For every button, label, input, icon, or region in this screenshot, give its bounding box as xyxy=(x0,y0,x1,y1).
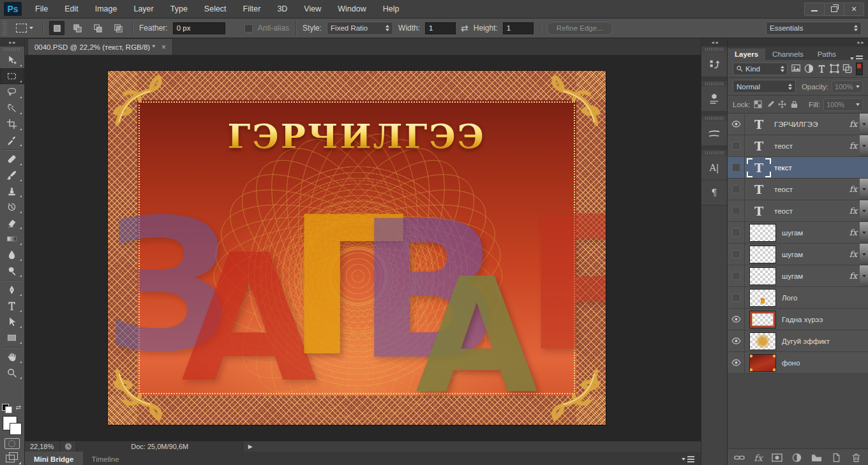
subtract-from-selection-button[interactable] xyxy=(90,21,105,35)
layer-thumbnail[interactable] xyxy=(749,267,776,285)
tab-channels[interactable]: Channels xyxy=(765,48,811,60)
layer-thumbnail[interactable]: T xyxy=(749,159,768,176)
refine-edge-button[interactable]: Refine Edge... xyxy=(547,22,613,35)
lock-all-icon[interactable] xyxy=(790,100,798,108)
delete-layer-icon[interactable] xyxy=(851,453,862,462)
healing-brush-tool[interactable] xyxy=(0,151,24,167)
layer-thumbnail[interactable] xyxy=(749,332,776,350)
lasso-tool[interactable] xyxy=(0,84,24,100)
zoom-level[interactable]: 22,18% xyxy=(25,441,61,452)
layer-thumbnail[interactable] xyxy=(749,246,776,263)
crop-tool[interactable] xyxy=(0,116,24,132)
kind-filter-dropdown[interactable]: Kind xyxy=(733,63,788,75)
tool-preset-picker[interactable] xyxy=(13,22,36,34)
layer-row[interactable]: Гадна хүрээ xyxy=(728,309,868,330)
antialias-checkbox[interactable] xyxy=(244,24,253,33)
document-size-info[interactable]: Doc: 25,0M/90,6M xyxy=(77,441,243,452)
paragraph-panel-icon[interactable]: ¶ xyxy=(701,181,727,205)
layer-row[interactable]: T текст xyxy=(728,157,868,179)
document-tab[interactable]: 0040.PSD @ 22,2% (текст, RGB/8) * × xyxy=(27,38,173,55)
visibility-checkbox[interactable] xyxy=(732,228,740,237)
height-input[interactable] xyxy=(503,22,534,34)
layer-thumbnail[interactable] xyxy=(749,289,776,307)
zoom-tool[interactable] xyxy=(0,365,24,381)
layer-thumbnail[interactable]: T xyxy=(749,138,768,154)
visibility-toggle[interactable] xyxy=(728,265,745,286)
visibility-toggle[interactable] xyxy=(728,200,745,221)
layer-thumbnail[interactable]: T xyxy=(749,116,768,133)
clock-icon[interactable] xyxy=(61,441,77,452)
eyedropper-tool[interactable] xyxy=(0,132,24,148)
shape-layer-filter-icon[interactable] xyxy=(829,64,840,73)
properties-3d-panel-icon[interactable] xyxy=(701,87,727,112)
adjustment-layer-filter-icon[interactable] xyxy=(804,64,814,73)
menu-item-3d[interactable]: 3D xyxy=(269,0,296,18)
visibility-toggle[interactable] xyxy=(728,179,745,200)
menu-item-file[interactable]: File xyxy=(27,0,56,18)
opacity-field[interactable]: 100% xyxy=(832,80,863,93)
visibility-checkbox[interactable] xyxy=(732,163,740,172)
new-selection-button[interactable] xyxy=(49,21,64,35)
dodge-tool[interactable] xyxy=(0,263,24,279)
visibility-toggle-on[interactable] xyxy=(728,330,745,351)
menu-item-layer[interactable]: Layer xyxy=(125,0,161,18)
move-tool[interactable] xyxy=(0,52,24,68)
layer-fx-expand-button[interactable] xyxy=(860,265,868,286)
brush-presets-panel-icon[interactable] xyxy=(701,121,727,146)
layer-row[interactable]: T теост fx xyxy=(728,200,868,222)
pixel-layer-filter-icon[interactable] xyxy=(791,64,802,73)
type-tool[interactable] xyxy=(0,298,24,314)
layer-thumbnail[interactable]: T xyxy=(749,203,768,219)
layer-row[interactable]: Лого xyxy=(728,287,868,309)
new-group-icon[interactable] xyxy=(811,453,822,462)
screen-mode-button[interactable] xyxy=(6,452,19,462)
layer-fx-expand-button[interactable] xyxy=(860,135,868,156)
intersect-selection-button[interactable] xyxy=(110,21,126,35)
tab-paths[interactable]: Paths xyxy=(811,48,843,60)
type-layer-filter-icon[interactable] xyxy=(816,64,827,73)
character-panel-icon[interactable]: A| xyxy=(701,156,727,181)
fill-field[interactable]: 100% xyxy=(823,98,863,111)
layer-mask-icon[interactable] xyxy=(772,453,782,462)
workspace-dropdown[interactable]: Essentials xyxy=(766,22,862,35)
menu-item-edit[interactable]: Edit xyxy=(56,0,87,18)
layer-row[interactable]: T ГЭРЧИЛГЭЭ fx xyxy=(728,114,868,135)
layer-row[interactable]: шугам fx xyxy=(728,222,868,244)
layer-row[interactable]: Дугуй эффикт xyxy=(728,330,868,352)
visibility-checkbox[interactable] xyxy=(732,185,740,193)
tools-panel-collapse[interactable]: ►► xyxy=(0,38,24,47)
lock-position-icon[interactable] xyxy=(778,100,786,108)
magic-wand-tool[interactable] xyxy=(0,100,24,116)
layer-row[interactable]: T теост fx xyxy=(728,179,868,200)
document-canvas[interactable]: ГЭРЧИЛГЭЭ ЗАГВАР xyxy=(108,71,606,425)
new-layer-icon[interactable] xyxy=(831,453,842,462)
menu-item-view[interactable]: View xyxy=(296,0,329,18)
hand-tool[interactable] xyxy=(0,349,24,365)
status-menu-arrow-icon[interactable]: ▶ xyxy=(243,443,257,450)
adjustment-layer-icon[interactable] xyxy=(791,453,802,462)
layer-thumbnail[interactable]: T xyxy=(749,181,768,198)
layer-fx-expand-button[interactable] xyxy=(860,244,868,265)
background-color-swatch[interactable] xyxy=(10,423,22,435)
layer-thumbnail[interactable] xyxy=(749,311,776,328)
restore-button[interactable] xyxy=(825,3,844,16)
rectangular-marquee-tool[interactable] xyxy=(0,68,24,84)
visibility-toggle[interactable] xyxy=(728,157,745,178)
layer-row[interactable]: T теост fx xyxy=(728,135,868,157)
layer-style-icon[interactable]: fx xyxy=(754,453,762,463)
close-button[interactable]: × xyxy=(844,3,864,16)
layer-fx-expand-button[interactable] xyxy=(860,114,868,135)
link-layers-icon[interactable] xyxy=(734,453,745,462)
visibility-toggle-on[interactable] xyxy=(728,114,745,135)
brush-tool[interactable] xyxy=(0,167,24,183)
visibility-toggle[interactable] xyxy=(728,287,745,308)
blur-tool[interactable] xyxy=(0,247,24,263)
style-dropdown[interactable]: Fixed Ratio xyxy=(327,22,393,35)
tab-timeline[interactable]: Timeline xyxy=(83,452,128,465)
pen-tool[interactable] xyxy=(0,282,24,298)
tab-layers[interactable]: Layers xyxy=(728,48,765,60)
history-brush-tool[interactable] xyxy=(0,199,24,215)
width-input[interactable] xyxy=(425,22,456,34)
history-panel-icon[interactable] xyxy=(701,52,727,77)
clone-stamp-tool[interactable] xyxy=(0,183,24,199)
